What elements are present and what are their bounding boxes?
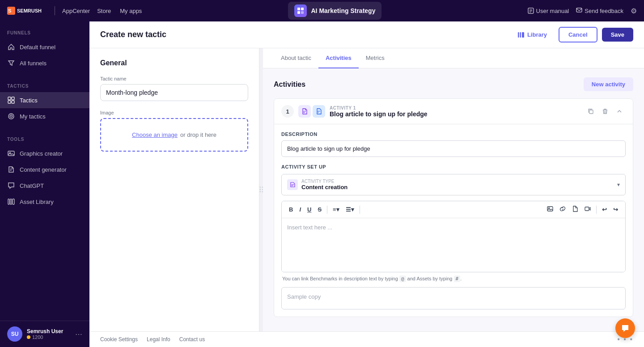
library-button[interactable]: Library (510, 28, 554, 42)
description-input[interactable] (281, 140, 626, 157)
image-icon (7, 149, 15, 157)
cookie-settings-link[interactable]: Cookie Settings (100, 336, 138, 343)
activity-copy-button[interactable] (585, 105, 597, 118)
choose-image-link[interactable]: Choose an image (132, 131, 178, 138)
activity-body: DESCRIPTION ACTIVITY SET UP ACTIVITY T (274, 124, 633, 317)
svg-rect-26 (518, 32, 519, 38)
tools-label: TOOLS (0, 135, 89, 145)
svg-rect-25 (13, 199, 14, 204)
insert-image-button[interactable] (544, 204, 556, 215)
tactics-icon (7, 96, 15, 104)
app-title-badge: AI Marketing Strategy (288, 2, 382, 20)
sidebar-item-default-funnel[interactable]: Default funnel (0, 39, 89, 55)
topnav: S SEMRUSH AppCenter Store My apps AI Mar… (0, 0, 644, 21)
nav-divider (55, 6, 55, 15)
chat-support-button[interactable] (615, 318, 635, 338)
sidebar-item-graphics-creator[interactable]: Graphics creator (0, 145, 89, 161)
funnels-label: FUNNELS (0, 29, 89, 39)
sidebar-item-tactics[interactable]: Tactics (0, 92, 89, 108)
save-button[interactable]: Save (602, 28, 633, 42)
activity-number: 1 (281, 105, 294, 118)
image-upload-area[interactable]: Choose an image or drop it here (100, 118, 248, 152)
tactics-section: TACTICS Tactics My tactics (0, 75, 89, 128)
tactics-label-text: Tactics (20, 97, 38, 104)
sidebar: FUNNELS Default funnel All funnels TACTI… (0, 21, 89, 347)
settings-icon[interactable]: ⚙ (631, 7, 637, 15)
activity-type-selector[interactable]: ACTIVITY TYPE Content creation ▾ (281, 174, 626, 195)
underline-button[interactable]: U (305, 204, 314, 215)
activity-delete-button[interactable] (599, 105, 611, 118)
main-layout: FUNNELS Default funnel All funnels TACTI… (0, 21, 644, 347)
chat-icon (7, 182, 15, 190)
target-icon (7, 112, 15, 120)
svg-rect-36 (547, 207, 553, 211)
user-manual-link[interactable]: User manual (528, 8, 569, 14)
send-feedback-link[interactable]: Send feedback (576, 8, 623, 14)
undo-button[interactable]: ↩ (599, 204, 610, 215)
sidebar-item-asset-library[interactable]: Asset Library (0, 194, 89, 210)
activity-type-icon (287, 179, 298, 190)
sidebar-item-my-tactics[interactable]: My tactics (0, 108, 89, 124)
content-generator-label: Content generator (20, 166, 67, 173)
svg-rect-5 (297, 11, 300, 14)
sample-copy-placeholder: Sample copy (287, 293, 321, 300)
cancel-button[interactable]: Cancel (559, 27, 597, 42)
activities-header: Activities New activity (274, 77, 633, 91)
new-activity-button[interactable]: New activity (584, 77, 633, 91)
funnel-icon (7, 59, 15, 67)
credit-dot-icon (27, 335, 30, 339)
svg-rect-38 (585, 207, 589, 211)
tab-content-activities: Activities New activity 1 (263, 68, 644, 331)
user-info: Semrush User 1200 (27, 328, 71, 340)
activity-header-actions (585, 105, 626, 118)
tactic-name-input[interactable] (100, 84, 248, 101)
svg-rect-24 (10, 199, 12, 204)
funnels-section: FUNNELS Default funnel All funnels (0, 21, 89, 75)
bold-button[interactable]: B (286, 204, 296, 215)
sidebar-item-chatgpt[interactable]: ChatGPT (0, 178, 89, 194)
insert-video-button[interactable] (582, 204, 593, 215)
editor-body[interactable]: Insert text here ... (282, 218, 625, 272)
activity-icon-content (313, 105, 325, 118)
user-avatar: SU (7, 326, 22, 342)
tactic-name-label: Tactic name (100, 76, 248, 81)
svg-rect-15 (12, 101, 14, 103)
user-name: Semrush User (27, 328, 71, 334)
sample-copy-area[interactable]: Sample copy (281, 287, 626, 309)
sidebar-item-all-funnels[interactable]: All funnels (0, 55, 89, 71)
myapps-link[interactable]: My apps (120, 8, 142, 14)
contact-us-link[interactable]: Contact us (179, 336, 205, 343)
store-link[interactable]: Store (97, 8, 111, 14)
svg-rect-23 (8, 199, 9, 204)
panel-resizer[interactable]: ⠿ (259, 48, 263, 331)
user-section: SU Semrush User 1200 ⋯ (0, 321, 89, 347)
strikethrough-button[interactable]: S (315, 204, 324, 215)
graphics-creator-label: Graphics creator (20, 150, 63, 157)
upload-suffix: or drop it here (180, 131, 216, 138)
brand-logo[interactable]: S SEMRUSH (7, 6, 47, 15)
tab-metrics[interactable]: Metrics (359, 48, 392, 68)
sidebar-item-content-generator[interactable]: Content generator (0, 161, 89, 178)
activity-type-sublabel: ACTIVITY TYPE (301, 179, 347, 184)
rich-text-editor: B I U S ≡▾ ☰▾ (281, 201, 626, 272)
svg-rect-19 (8, 151, 14, 156)
activity-type-chevron-icon: ▾ (617, 182, 620, 188)
italic-button[interactable]: I (297, 204, 304, 215)
redo-button[interactable]: ↪ (610, 204, 621, 215)
content-area: General Tactic name Image Choose an imag… (89, 48, 644, 331)
footer: Cookie Settings Legal Info Contact us • … (89, 331, 644, 347)
tab-activities[interactable]: Activities (318, 48, 359, 68)
tab-about-tactic[interactable]: About tactic (274, 48, 318, 68)
topnav-right: User manual Send feedback ⚙ (528, 7, 637, 15)
unordered-list-button[interactable]: ☰▾ (343, 204, 357, 215)
insert-link-button[interactable] (557, 204, 568, 215)
page-header: Create new tactic Library Cancel Save (89, 21, 644, 48)
insert-file-button[interactable] (569, 204, 581, 215)
my-tactics-label: My tactics (20, 113, 46, 120)
activity-collapse-button[interactable] (613, 105, 626, 118)
user-more-icon[interactable]: ⋯ (75, 330, 82, 339)
legal-info-link[interactable]: Legal Info (147, 336, 170, 343)
ordered-list-button[interactable]: ≡▾ (330, 204, 342, 215)
appcenter-label[interactable]: AppCenter (62, 8, 90, 14)
editor-hint: You can link Benchmarks in description t… (281, 276, 626, 282)
